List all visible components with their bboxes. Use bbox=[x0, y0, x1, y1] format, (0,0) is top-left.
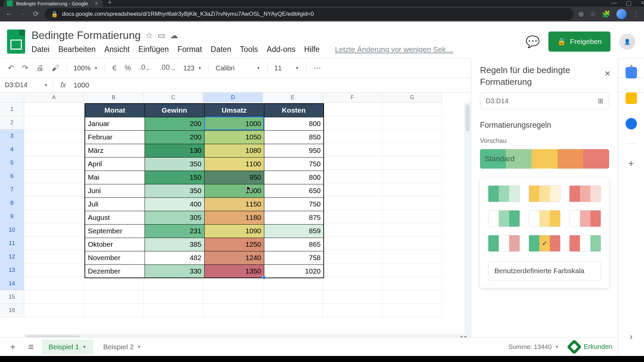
window-close-icon[interactable]: × bbox=[640, 0, 644, 7]
font-size-select[interactable]: 11▼ bbox=[272, 64, 302, 72]
cell[interactable] bbox=[382, 116, 442, 129]
more-tools-icon[interactable]: ⋯ bbox=[310, 61, 324, 75]
row-header[interactable]: 16 bbox=[0, 304, 24, 317]
cell[interactable] bbox=[24, 129, 84, 143]
expand-rail-icon[interactable]: › bbox=[630, 331, 633, 342]
column-header[interactable]: E bbox=[263, 93, 323, 103]
comments-icon[interactable]: 💬 bbox=[526, 35, 540, 48]
row-header[interactable]: 15 bbox=[0, 290, 24, 304]
cell-kosten[interactable]: 1020 bbox=[264, 264, 324, 278]
cell[interactable] bbox=[203, 277, 263, 290]
row-header[interactable]: 6 bbox=[0, 170, 24, 183]
add-app-icon[interactable]: + bbox=[628, 158, 634, 169]
cell[interactable] bbox=[144, 290, 203, 304]
menu-datei[interactable]: Datei bbox=[32, 45, 50, 54]
cell[interactable] bbox=[24, 263, 84, 277]
cell[interactable] bbox=[323, 103, 382, 116]
increase-decimal-button[interactable]: .00→ bbox=[156, 60, 179, 76]
cell-gewinn[interactable]: 482 bbox=[145, 251, 204, 264]
window-minimize-icon[interactable]: — bbox=[611, 0, 617, 7]
cell-month[interactable]: April bbox=[85, 157, 145, 171]
cell-gewinn[interactable]: 231 bbox=[145, 224, 204, 238]
grid-select-icon[interactable]: ⊞ bbox=[598, 97, 603, 105]
palette-red-green[interactable] bbox=[569, 235, 601, 252]
cell[interactable] bbox=[24, 250, 84, 263]
forward-icon[interactable]: → bbox=[18, 10, 27, 18]
cell-kosten[interactable]: 950 bbox=[264, 144, 324, 157]
cell-umsatz[interactable]: 1000 bbox=[204, 184, 264, 197]
column-header[interactable]: G bbox=[382, 93, 442, 103]
cell[interactable] bbox=[323, 237, 382, 250]
status-summary[interactable]: Summe: 13440▼ bbox=[508, 343, 566, 351]
cell-month[interactable]: November bbox=[85, 251, 145, 264]
cell-kosten[interactable]: 850 bbox=[264, 130, 324, 144]
back-icon[interactable]: ← bbox=[5, 10, 13, 18]
cell[interactable] bbox=[24, 116, 84, 129]
row-header[interactable]: 12 bbox=[0, 250, 24, 263]
table-header[interactable]: Monat bbox=[85, 104, 145, 117]
menu-hilfe[interactable]: Hilfe bbox=[304, 45, 320, 54]
cell[interactable] bbox=[323, 156, 382, 170]
cell[interactable] bbox=[323, 143, 382, 156]
cell-gewinn[interactable]: 200 bbox=[145, 117, 204, 130]
menu-icon[interactable]: ⋮ bbox=[633, 10, 639, 18]
all-sheets-button[interactable]: ≡ bbox=[23, 342, 38, 352]
name-box[interactable]: D3:D14 ▼ bbox=[0, 78, 53, 92]
cell-gewinn[interactable]: 400 bbox=[145, 197, 204, 211]
cell-umsatz[interactable]: 1180 bbox=[204, 211, 264, 224]
window-maximize-icon[interactable]: ▢ bbox=[626, 0, 632, 7]
cell[interactable] bbox=[382, 183, 442, 196]
palette-white-yellow[interactable] bbox=[529, 210, 560, 227]
cell-month[interactable]: Juli bbox=[85, 197, 145, 211]
cell[interactable] bbox=[382, 143, 442, 156]
cell-month[interactable]: Januar bbox=[85, 117, 145, 130]
row-header[interactable]: 5 bbox=[0, 156, 24, 170]
add-sheet-button[interactable]: + bbox=[5, 342, 20, 352]
new-tab-button[interactable]: + bbox=[103, 0, 117, 7]
extensions-icon[interactable]: 🧩 bbox=[602, 10, 610, 18]
menu-format[interactable]: Format bbox=[177, 45, 202, 54]
keep-app-icon[interactable] bbox=[626, 93, 637, 104]
cell-umsatz[interactable]: 1250 bbox=[204, 238, 264, 251]
cell[interactable] bbox=[24, 277, 84, 290]
cell[interactable] bbox=[203, 290, 263, 304]
cell-kosten[interactable]: 750 bbox=[264, 157, 324, 171]
cell[interactable] bbox=[84, 290, 144, 304]
cell-gewinn[interactable]: 200 bbox=[145, 130, 204, 144]
cell-month[interactable]: Mai bbox=[85, 171, 145, 184]
cell[interactable] bbox=[263, 304, 323, 317]
cell-umsatz[interactable]: 1350 bbox=[204, 264, 264, 278]
cell[interactable] bbox=[323, 170, 382, 183]
cell[interactable] bbox=[382, 170, 442, 183]
redo-icon[interactable]: ↷ bbox=[19, 61, 32, 75]
cell[interactable] bbox=[382, 250, 442, 263]
selection-handle[interactable] bbox=[262, 276, 266, 279]
cell-gewinn[interactable]: 385 bbox=[145, 238, 204, 251]
url-input[interactable]: 🔒 docs.google.com/spreadsheets/d/1RMhyrl… bbox=[45, 8, 574, 20]
select-all-corner[interactable] bbox=[0, 93, 24, 103]
cloud-icon[interactable]: ☁ bbox=[170, 31, 178, 40]
cell[interactable] bbox=[24, 290, 84, 304]
cell-kosten[interactable]: 865 bbox=[264, 238, 324, 251]
cell-gewinn[interactable]: 130 bbox=[145, 144, 204, 157]
sheet-tab-2[interactable]: Beispiel 2▼ bbox=[97, 340, 148, 354]
row-header[interactable]: 1 bbox=[0, 103, 24, 116]
cell[interactable] bbox=[263, 277, 323, 290]
cell-kosten[interactable]: 758 bbox=[264, 251, 324, 264]
cell-umsatz[interactable]: 1150 bbox=[204, 197, 264, 211]
undo-icon[interactable]: ↶ bbox=[5, 61, 17, 75]
move-icon[interactable]: ▭ bbox=[158, 31, 165, 40]
cell-gewinn[interactable]: 350 bbox=[145, 157, 204, 171]
cell[interactable] bbox=[382, 223, 442, 237]
menu-einfuegen[interactable]: Einfügen bbox=[138, 45, 169, 54]
cell-month[interactable]: Oktober bbox=[85, 238, 145, 251]
cell-kosten[interactable]: 859 bbox=[264, 224, 324, 238]
zoom-select[interactable]: 100%▼ bbox=[71, 64, 101, 72]
number-format-select[interactable]: 123▼ bbox=[180, 64, 204, 72]
row-header[interactable]: 11 bbox=[0, 237, 24, 250]
menu-addons[interactable]: Add-ons bbox=[267, 45, 296, 54]
calendar-app-icon[interactable] bbox=[626, 67, 637, 78]
table-header[interactable]: Umsatz bbox=[204, 104, 264, 117]
paint-format-icon[interactable]: 🖌 bbox=[48, 61, 62, 75]
palette-yellow[interactable] bbox=[529, 185, 560, 202]
